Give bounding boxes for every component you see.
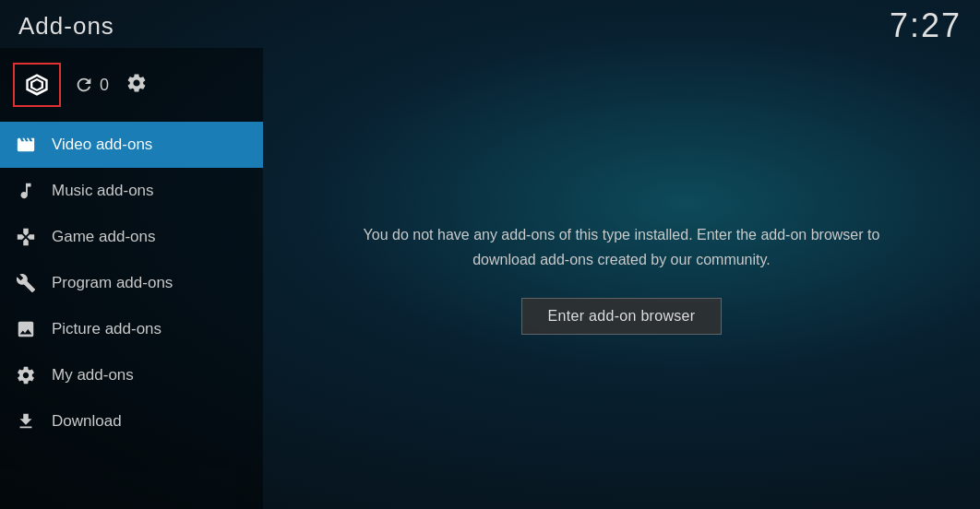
sidebar: 0 Video add-ons — [0, 48, 263, 509]
settings-button[interactable] — [125, 72, 148, 98]
gear-icon — [125, 72, 148, 94]
sidebar-item-video-addons[interactable]: Video add-ons — [0, 122, 263, 168]
game-icon — [15, 226, 37, 248]
header: Add-ons 7:27 — [0, 0, 980, 48]
addon-box-icon[interactable] — [13, 63, 61, 107]
main-layout: 0 Video add-ons — [0, 48, 980, 509]
sidebar-item-music-addons[interactable]: Music add-ons — [0, 168, 263, 214]
sidebar-item-label: My add-ons — [52, 366, 134, 385]
sidebar-item-game-addons[interactable]: Game add-ons — [0, 214, 263, 260]
video-icon — [15, 134, 37, 156]
program-icon — [15, 272, 37, 294]
sidebar-item-label: Picture add-ons — [52, 320, 161, 338]
sidebar-item-label: Download — [52, 412, 122, 431]
box-icon — [24, 72, 50, 98]
sidebar-item-label: Game add-ons — [52, 228, 155, 246]
content-area: You do not have any add-ons of this type… — [263, 48, 980, 509]
sidebar-item-label: Program add-ons — [52, 274, 173, 292]
sidebar-item-picture-addons[interactable]: Picture add-ons — [0, 306, 263, 352]
sidebar-item-download[interactable]: Download — [0, 398, 263, 444]
page-title: Add-ons — [18, 12, 114, 41]
sidebar-item-my-addons[interactable]: My add-ons — [0, 352, 263, 398]
my-addons-icon — [15, 364, 37, 386]
music-icon — [15, 180, 37, 202]
toolbar: 0 — [0, 55, 263, 122]
update-button[interactable]: 0 — [74, 75, 109, 95]
enter-addon-browser-button[interactable]: Enter add-on browser — [521, 298, 723, 335]
sidebar-item-label: Video add-ons — [52, 136, 152, 154]
clock: 7:27 — [890, 6, 962, 45]
refresh-icon — [74, 75, 94, 95]
update-count: 0 — [100, 76, 109, 95]
empty-state-message: You do not have any add-ons of this type… — [345, 222, 899, 272]
sidebar-item-label: Music add-ons — [52, 182, 154, 200]
picture-icon — [15, 318, 37, 340]
sidebar-item-program-addons[interactable]: Program add-ons — [0, 260, 263, 306]
download-icon — [15, 410, 37, 432]
